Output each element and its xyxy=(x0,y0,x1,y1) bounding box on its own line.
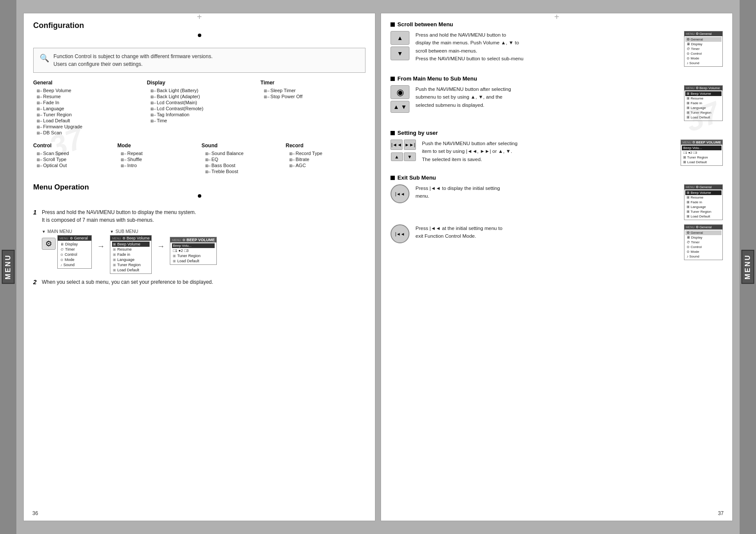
from-main-mini-menu-body: ⊞ Beep Volume ⊞ Resume ⊞ Fade in ⊞ Langu… xyxy=(684,90,722,121)
scroll-nav-buttons: ▲ ▼ xyxy=(390,31,409,60)
record-section: Record Record Type Bitrate AGC xyxy=(286,143,366,174)
fmm-item-0: ⊞ Beep Volume xyxy=(685,91,722,96)
emm2-item-2: ⏱ Timer xyxy=(685,240,722,245)
setting-by-user-section: Setting by user |◄◄ ►►| ▲ ▼ P xyxy=(390,130,723,166)
emm1-item-3: ⊞ Language xyxy=(685,205,722,209)
navi-button-img: ⚙ xyxy=(42,238,56,250)
record-title: Record xyxy=(286,143,366,149)
record-item-1: Record Type xyxy=(286,150,366,156)
general-item-6: Load Default xyxy=(33,118,138,124)
from-main-mini-menu-header: MENU ⚙ Beep Volume xyxy=(684,86,722,90)
from-main-nav-buttons: ◉ ▲▼ xyxy=(390,85,409,113)
from-main-mini-menu: MENU ⚙ Beep Volume ⊞ Beep Volume ⊞ Resum… xyxy=(684,85,723,121)
mb3-item-3: ⊞Load Default xyxy=(172,258,215,264)
smm1-item-3: ⊙ Control xyxy=(685,51,722,56)
control-title: Control xyxy=(33,143,113,149)
control-section: Control Scan Speed Scroll Type Optical O… xyxy=(33,143,113,174)
config-grid-bottom: Control Scan Speed Scroll Type Optical O… xyxy=(33,143,366,174)
setting-mini-menu-header: MENU ⚙ BEEP VOLUME xyxy=(681,140,722,145)
emm2-item-3: ⊙ Control xyxy=(685,245,722,249)
left-page: + 37 Configuration 🔍 Function Control is… xyxy=(23,13,375,521)
step1-container: 1 Press and hold the NAVI/MENU button to… xyxy=(33,208,366,224)
right-page: + 37 Scroll between Menu ▲ ▼ Press and h… xyxy=(381,13,733,521)
smm-item-0: Beep Volu... xyxy=(682,146,722,150)
triangle-down-icon: ▼ xyxy=(42,230,46,234)
triangle-down-2-icon: ▼ xyxy=(110,230,114,234)
mb1-item-3: ⊙Control xyxy=(59,252,90,257)
mode-title: Mode xyxy=(117,143,197,149)
menu-box-2: MENU ⚙ Beep Volume ⊞Beep Volume ⊞Resume … xyxy=(110,235,152,274)
timer-item-2: Stop Power Off xyxy=(260,93,366,99)
page-number-right: 37 xyxy=(718,510,724,516)
menu-operation-section: Menu Operation 1 Press and hold the NAVI… xyxy=(33,183,366,286)
general-item-7: Firmware Upgrade xyxy=(33,124,138,130)
exit-sub-menu-section: Exit Sub Menu |◄◄ Press |◄◄ to display t… xyxy=(390,174,723,260)
emm1-item-1: ⊞ Resume xyxy=(685,195,722,200)
exit-mini-menu-2-body: ⚙ General 🖥 Display ⏱ Timer ⊙ Control ⊙ … xyxy=(684,230,722,260)
smm1-item-0: ⚙ General xyxy=(685,37,722,42)
mb1-item-2: ⏱Timer xyxy=(59,247,90,252)
general-icon-2: ⚙ xyxy=(122,236,125,240)
from-main-menu-title: From Main Menu to Sub Menu xyxy=(390,75,723,82)
general-title: General xyxy=(33,80,138,86)
sub-menu-group-2: MENU ⚙ BEEP VOLUME Beep Volu... □1 ●2 □3… xyxy=(170,229,217,265)
mb3-item-1: □1 ●2 □3 xyxy=(172,248,215,253)
display-section: Display Back Light (Battery) Back Light … xyxy=(147,80,252,136)
scroll-mini-menu-body: ⚙ General 🖥 Display ⏱ Timer ⊙ Control ⊙ … xyxy=(684,36,722,66)
black-square-3 xyxy=(390,131,395,135)
setting-by-user-desc: Push the NAVI/MENU button after selectin… xyxy=(422,140,675,163)
sound-section: Sound Sound Balance EQ Bass Boost Treble… xyxy=(202,143,281,174)
mb2-item-4: ⊞Tuner Region xyxy=(112,262,150,267)
emm2-item-4: ⊙ Mode xyxy=(685,249,722,254)
config-grid-top: General Beep Volume Resume Fade In Langu… xyxy=(33,80,366,136)
step2-container: 2 When you select a sub menu, you can se… xyxy=(33,278,366,286)
setting-mini-menu-body: Beep Volu... □1 ●2 □3 ⊞ Tuner Region ⊞ L… xyxy=(681,145,722,165)
from-main-menu-desc: Push the NAVI/MENU button after selectin… xyxy=(415,85,678,109)
menu-diagrams: ▼ MAIN MENU ⚙ MENU ⚙ General xyxy=(42,229,366,274)
general-item-3: Fade In xyxy=(33,99,138,106)
emm1-item-5: ⊞ Load Default xyxy=(685,214,722,219)
exit-sub-menu-title: Exit Sub Menu xyxy=(390,174,723,181)
smm-item-1: □1 ●2 □3 xyxy=(682,150,722,155)
setting-by-user-row: |◄◄ ►►| ▲ ▼ Push the NAVI/MENU button af… xyxy=(390,140,723,166)
mb3-item-0: Beep Volu... xyxy=(172,243,215,248)
sound-title: Sound xyxy=(202,143,281,149)
fmm-item-3: ⊞ Language xyxy=(685,106,722,110)
menu-op-title: Menu Operation xyxy=(33,183,366,192)
exit-mini-menu-2: MENU ⚙ General ⚙ General 🖥 Display ⏱ Tim… xyxy=(684,224,723,260)
exit-mini-menu-1-body: ⊞ Beep Volume ⊞ Resume ⊞ Fade in ⊞ Langu… xyxy=(684,189,722,220)
emm1-item-2: ⊞ Fade in xyxy=(685,200,722,205)
mb1-item-1: 🖥Display xyxy=(59,242,90,247)
crosshair-top-right: + xyxy=(554,12,559,21)
smm1-item-1: 🖥 Display xyxy=(685,42,722,47)
display-item-2: Back Light (Adapter) xyxy=(147,93,252,99)
crosshair-top-left: + xyxy=(197,12,202,21)
round-exit-btn-2: |◄◄ xyxy=(390,224,409,243)
display-item-1: Back Light (Battery) xyxy=(147,87,252,93)
sound-item-4: Treble Boost xyxy=(202,168,281,174)
arrow-right-icon: → xyxy=(97,242,105,251)
menu-box-1-menuword: MENU xyxy=(59,237,69,240)
step2-number: 2 xyxy=(33,279,37,286)
smm1-item-4: ⊙ Mode xyxy=(685,56,722,61)
scroll-between-section: Scroll between Menu ▲ ▼ Press and hold t… xyxy=(390,21,723,67)
fmm-item-5: ⊞ Load Default xyxy=(685,115,722,120)
exit-mini-menu-1-header: MENU ⚙ General xyxy=(684,185,722,189)
mode-item-2: Shuffle xyxy=(117,156,197,162)
general-item-4: Language xyxy=(33,106,138,112)
mode-item-3: Intro xyxy=(117,162,197,168)
mb1-item-4: ⊙Mode xyxy=(59,257,90,262)
menu-op-divider xyxy=(198,194,201,198)
menu-box-3-header: MENU ⚙ BEEP VOLUME xyxy=(170,237,216,242)
emm2-item-0: ⚙ General xyxy=(685,230,722,235)
menu-box-3-title: BEEP VOLUME xyxy=(187,238,215,242)
info-icon: 🔍 xyxy=(40,53,49,63)
mb2-item-5: ⊞Load Default xyxy=(112,267,150,273)
sub-menu-group: ▼ SUB MENU MENU ⚙ Beep Volume xyxy=(110,229,152,274)
smm1-item-2: ⏱ Timer xyxy=(685,47,722,51)
emm2-item-1: 🖥 Display xyxy=(685,235,722,240)
black-square-1 xyxy=(390,22,395,27)
menu-box-2-menuword: MENU xyxy=(112,237,121,240)
left-side-tab: MENU xyxy=(0,0,16,534)
configuration-section: Configuration 🔍 Function Control is subj… xyxy=(33,21,366,174)
